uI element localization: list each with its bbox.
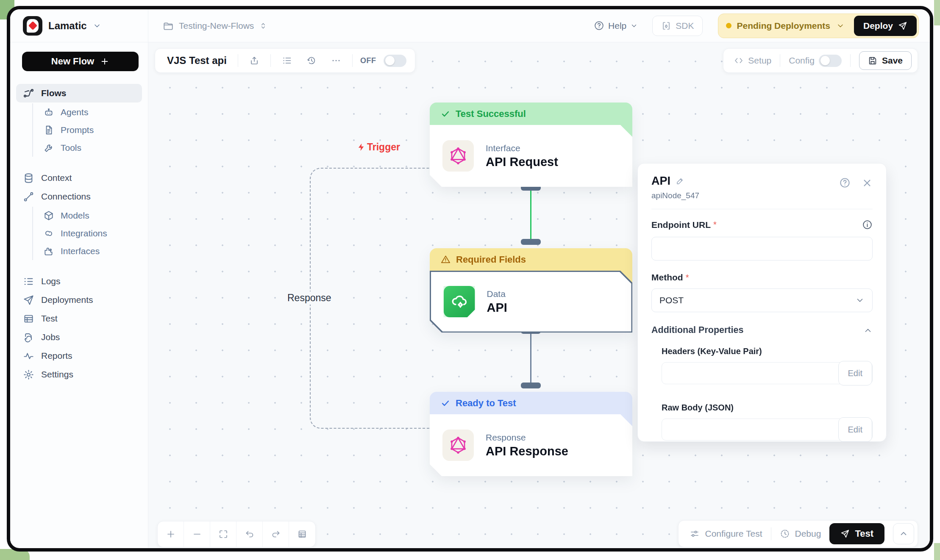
ellipsis-icon: [331, 55, 341, 66]
sidebar-item-deployments[interactable]: Deployments: [16, 291, 142, 309]
sidebar-item-label: Prompts: [61, 125, 94, 135]
flow-canvas[interactable]: Trigger Response Test Successful: [148, 42, 930, 548]
chevron-down-icon: [836, 22, 845, 30]
breadcrumb[interactable]: Testing-New-Flows: [163, 20, 267, 31]
node-category: Data: [487, 289, 507, 299]
sidebar-item-flows[interactable]: Flows: [16, 84, 142, 103]
headers-edit-button[interactable]: Edit: [838, 361, 872, 385]
raw-body-edit-button[interactable]: Edit: [838, 417, 872, 442]
pending-status-dot: [726, 23, 731, 28]
sidebar-item-integrations[interactable]: Integrations: [43, 225, 142, 242]
help-menu[interactable]: Help: [594, 20, 638, 31]
main-layout: New Flow Flows Agents Prompts: [10, 42, 930, 548]
node-api-request[interactable]: Test Successful Interface API Request: [430, 103, 632, 187]
node-status-header: Ready to Test: [430, 392, 632, 414]
node-api-response[interactable]: Ready to Test Response API Response: [430, 392, 632, 476]
puzzle-icon: [43, 246, 54, 257]
endpoint-url-input[interactable]: [651, 237, 873, 261]
list-icon: [23, 276, 34, 287]
zoom-in-button[interactable]: [158, 521, 184, 547]
method-select[interactable]: POST: [651, 288, 873, 312]
bolt-icon: [357, 143, 366, 152]
close-icon[interactable]: [862, 177, 873, 189]
document-icon: [43, 125, 54, 136]
sidebar-item-connections[interactable]: Connections: [16, 187, 142, 206]
help-label: Help: [608, 21, 626, 31]
sidebar-item-label: Tools: [61, 143, 81, 153]
divider: [352, 54, 353, 67]
sidebar-item-tools[interactable]: Tools: [43, 139, 142, 157]
fit-view-button[interactable]: [210, 521, 236, 547]
deploy-button[interactable]: Deploy: [854, 16, 917, 36]
history-button[interactable]: [303, 52, 320, 69]
workspace-switcher[interactable]: Lamatic: [10, 9, 148, 42]
config-label: Config: [789, 55, 815, 66]
sdk-icon: [661, 21, 671, 31]
node-handle[interactable]: [521, 383, 541, 388]
headers-field[interactable]: Edit: [662, 362, 873, 384]
additional-properties-header[interactable]: Additional Properties: [651, 325, 873, 335]
share-button[interactable]: [246, 52, 263, 69]
node-status-header: Test Successful: [430, 103, 632, 125]
divider: [270, 54, 271, 67]
sidebar-item-label: Reports: [41, 351, 72, 361]
node-title: API Response: [486, 444, 568, 458]
refresh-doc-icon: [23, 332, 34, 343]
info-icon[interactable]: [862, 219, 873, 230]
sidebar-item-context[interactable]: Context: [16, 169, 142, 187]
sidebar-item-interfaces[interactable]: Interfaces: [43, 242, 142, 260]
help-circle-icon[interactable]: [839, 177, 851, 189]
redo-button[interactable]: [263, 521, 289, 547]
link-icon: [23, 191, 34, 202]
folder-icon: [163, 20, 174, 31]
notes-table-icon: [297, 529, 307, 539]
undo-button[interactable]: [236, 521, 263, 547]
logo-diamond: [28, 21, 37, 30]
sidebar-item-label: Interfaces: [61, 246, 100, 256]
save-icon: [868, 56, 877, 65]
flow-enabled-toggle[interactable]: [384, 55, 406, 67]
warning-icon: [441, 255, 451, 264]
sidebar-item-models[interactable]: Models: [43, 207, 142, 225]
brand-name: Lamatic: [48, 20, 87, 32]
configure-test-button[interactable]: Configure Test: [690, 529, 762, 539]
notes-button[interactable]: [289, 521, 315, 547]
sidebar-item-jobs[interactable]: Jobs: [16, 328, 142, 347]
desktop-background: Lamatic Testing-New-Flows Help SDK: [0, 0, 940, 560]
nav-gap: [16, 263, 142, 272]
config-toggle[interactable]: [819, 55, 842, 67]
app-window: Lamatic Testing-New-Flows Help SDK: [7, 6, 933, 552]
node-handle[interactable]: [521, 239, 541, 245]
node-config-panel: API apiNode_547 Endpoint URL: [637, 163, 887, 442]
sdk-button[interactable]: SDK: [652, 16, 703, 36]
sidebar-item-logs[interactable]: Logs: [16, 272, 142, 291]
sort-icon[interactable]: [259, 22, 267, 30]
node-status-header: Required Fields: [430, 248, 632, 271]
panel-title: API: [651, 175, 670, 188]
gear-icon: [23, 369, 34, 380]
collapse-panel-button[interactable]: [893, 523, 914, 544]
pending-deployments-pill[interactable]: Pending Deployments Deploy: [718, 14, 919, 38]
setup-button[interactable]: Setup: [734, 55, 771, 66]
node-api[interactable]: Required Fields Data API: [430, 248, 632, 333]
save-button[interactable]: Save: [859, 51, 912, 70]
deploy-label: Deploy: [863, 21, 893, 31]
sidebar-item-settings[interactable]: Settings: [16, 365, 142, 384]
chevron-down-icon: [93, 22, 101, 30]
send-icon: [898, 21, 907, 30]
sidebar-item-agents[interactable]: Agents: [43, 103, 142, 121]
checklist-button[interactable]: [278, 52, 295, 69]
wrench-icon: [43, 142, 54, 153]
test-button[interactable]: Test: [829, 523, 884, 544]
debug-button[interactable]: Debug: [780, 529, 821, 539]
raw-body-field[interactable]: Edit: [662, 419, 873, 441]
more-options-button[interactable]: [328, 52, 345, 69]
pencil-icon[interactable]: [676, 177, 684, 186]
sidebar-item-test[interactable]: Test: [16, 309, 142, 328]
sidebar-item-reports[interactable]: Reports: [16, 347, 142, 365]
plus-icon: [166, 529, 176, 539]
sidebar-item-prompts[interactable]: Prompts: [43, 121, 142, 139]
sidebar-item-label: Test: [41, 313, 58, 324]
zoom-out-button[interactable]: [184, 521, 210, 547]
new-flow-button[interactable]: New Flow: [22, 52, 139, 71]
